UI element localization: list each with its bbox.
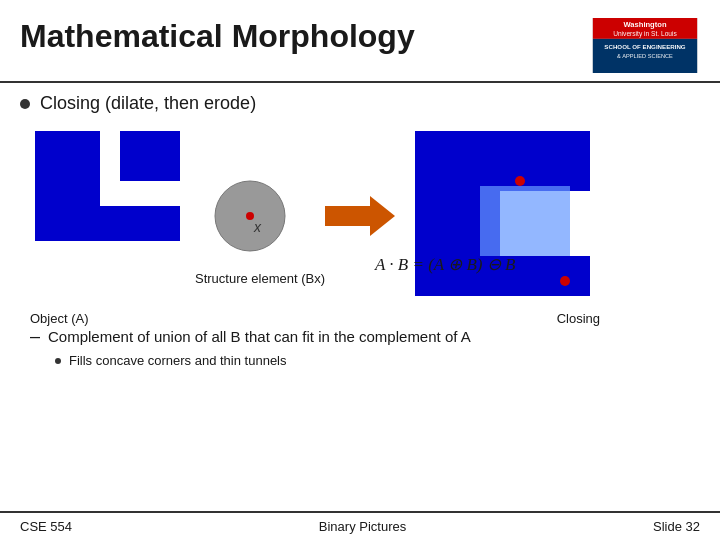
- object-a-label: Object (A): [30, 311, 89, 326]
- footer-title: Binary Pictures: [319, 519, 406, 534]
- header: Mathematical Morphology Washington Unive…: [0, 0, 720, 83]
- svg-text:& APPLIED SCIENCE: & APPLIED SCIENCE: [617, 53, 673, 59]
- footer-course: CSE 554: [20, 519, 72, 534]
- closing-bullet: Closing (dilate, then erode): [20, 93, 700, 114]
- se-container: x Structure element (Bx): [210, 176, 290, 256]
- svg-text:Washington: Washington: [623, 20, 666, 29]
- arrow-svg: [325, 191, 395, 241]
- dash-section: – Complement of union of all B that can …: [20, 326, 700, 368]
- sub-bullet-dot-icon: [55, 358, 61, 364]
- footer: CSE 554 Binary Pictures Slide 32: [0, 511, 720, 540]
- arrow-container: [325, 191, 395, 241]
- dash-icon: –: [30, 326, 40, 347]
- svg-rect-8: [35, 206, 180, 241]
- main-content: Closing (dilate, then erode) Object (A): [0, 83, 720, 368]
- svg-text:SCHOOL OF ENGINEERING: SCHOOL OF ENGINEERING: [604, 43, 686, 50]
- svg-rect-9: [120, 131, 180, 181]
- formula-svg: A · B = (A ⊕ B) ⊖ B: [370, 246, 590, 281]
- se-svg: x: [210, 176, 290, 256]
- svg-text:University in St. Louis: University in St. Louis: [613, 30, 677, 38]
- svg-marker-13: [325, 196, 395, 236]
- svg-rect-16: [500, 131, 590, 191]
- svg-text:x: x: [253, 219, 262, 235]
- page-title: Mathematical Morphology: [20, 18, 415, 55]
- svg-point-19: [515, 176, 525, 186]
- closing-result-label: Closing: [557, 311, 600, 326]
- sub-bullet-text: Fills concave corners and thin tunnels: [69, 353, 287, 368]
- sub-bullet: Fills concave corners and thin tunnels: [55, 353, 700, 368]
- university-logo: Washington University in St. Louis SCHOO…: [590, 18, 700, 73]
- svg-text:A · B = (A ⊕ B) ⊖ B: A · B = (A ⊕ B) ⊖ B: [374, 255, 516, 274]
- formula-container: A · B = (A ⊕ B) ⊖ B: [20, 246, 700, 281]
- dash-line: – Complement of union of all B that can …: [30, 326, 700, 347]
- closing-label: Closing (dilate, then erode): [40, 93, 256, 114]
- svg-point-11: [246, 212, 254, 220]
- bullet-icon: [20, 99, 30, 109]
- footer-slide: Slide 32: [653, 519, 700, 534]
- dash-text: Complement of union of all B that can fi…: [48, 328, 471, 345]
